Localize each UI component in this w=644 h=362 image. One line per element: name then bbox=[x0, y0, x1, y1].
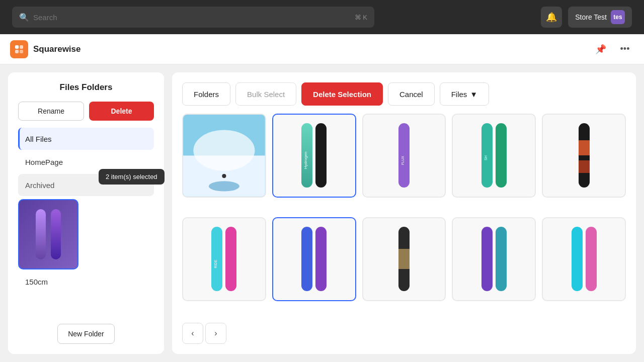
snowboard-purple-teal bbox=[476, 224, 512, 294]
search-shortcut: ⌘ K bbox=[355, 14, 367, 21]
svg-rect-26 bbox=[301, 227, 312, 291]
delete-selection-button[interactable]: Delete Selection bbox=[301, 82, 383, 106]
svg-text:RIDE: RIDE bbox=[214, 260, 217, 268]
svg-rect-22 bbox=[579, 160, 590, 173]
snowboard-purple-black: FLUX bbox=[386, 120, 422, 191]
topbar: 🔍 ⌘ K 🔔 Store Test tes bbox=[0, 0, 644, 34]
snowboard-orange-black bbox=[570, 120, 598, 191]
svg-rect-15 bbox=[398, 123, 410, 188]
search-input[interactable] bbox=[33, 13, 351, 22]
svg-rect-31 bbox=[496, 227, 507, 291]
snowboard-teal-green: SH bbox=[476, 120, 512, 191]
landscape-image bbox=[183, 115, 265, 197]
sidebar-item-150cm[interactable]: 150cm bbox=[18, 270, 154, 293]
content-area: Folders Bulk Select Delete Selection Can… bbox=[172, 72, 636, 354]
more-options-button[interactable]: ••• bbox=[616, 40, 634, 58]
snowboard-dark-tan bbox=[390, 224, 418, 294]
app-logo bbox=[10, 40, 28, 58]
next-page-button[interactable]: › bbox=[205, 323, 226, 344]
chevron-down-icon: ▼ bbox=[470, 90, 477, 99]
svg-rect-33 bbox=[586, 227, 597, 291]
svg-rect-21 bbox=[579, 140, 590, 155]
svg-rect-17 bbox=[481, 123, 493, 188]
svg-rect-27 bbox=[315, 227, 327, 291]
toolbar: Folders Bulk Select Delete Selection Can… bbox=[182, 82, 626, 106]
svg-rect-14 bbox=[315, 123, 327, 188]
snowboard-cyan-pink2 bbox=[567, 224, 602, 294]
archived-tooltip-wrap: Archived 2 item(s) selected bbox=[18, 174, 154, 269]
snowboard-blue-purple bbox=[296, 224, 332, 294]
svg-rect-2 bbox=[15, 50, 19, 53]
folders-button[interactable]: Folders bbox=[182, 82, 230, 106]
snowboard-teal-black: Hydrogen bbox=[296, 120, 332, 191]
svg-text:FLUX: FLUX bbox=[401, 156, 405, 165]
svg-rect-5 bbox=[51, 209, 61, 259]
snowboard-preview-1 bbox=[34, 207, 47, 262]
pagination: ‹ › bbox=[182, 323, 626, 344]
svg-rect-1 bbox=[20, 45, 23, 49]
app-title: Squarewise bbox=[33, 44, 81, 54]
store-name: Store Test bbox=[575, 13, 607, 21]
sidebar-item-all-files[interactable]: All Files bbox=[18, 128, 154, 150]
snowboard-cyan-pink: RIDE bbox=[206, 224, 242, 294]
main-layout: Files Folders Rename Delete All Files Ho… bbox=[0, 64, 644, 362]
pin-button[interactable]: 📌 bbox=[592, 40, 610, 58]
sidebar-title: Files Folders bbox=[18, 82, 154, 93]
svg-rect-32 bbox=[572, 227, 583, 291]
store-avatar: tes bbox=[611, 10, 625, 24]
image-card-8[interactable] bbox=[362, 217, 446, 301]
search-icon: 🔍 bbox=[19, 13, 29, 22]
svg-rect-29 bbox=[398, 249, 410, 269]
store-button[interactable]: Store Test tes bbox=[568, 7, 632, 28]
image-card-10[interactable] bbox=[542, 217, 626, 301]
files-dropdown-button[interactable]: Files ▼ bbox=[440, 82, 490, 106]
search-box[interactable]: 🔍 ⌘ K bbox=[12, 7, 374, 28]
svg-rect-3 bbox=[20, 50, 23, 53]
prev-page-button[interactable]: ‹ bbox=[182, 323, 203, 344]
bulk-select-button[interactable]: Bulk Select bbox=[235, 82, 296, 106]
svg-rect-30 bbox=[481, 227, 493, 291]
delete-button[interactable]: Delete bbox=[89, 102, 154, 121]
topbar-right: 🔔 Store Test tes bbox=[541, 7, 632, 28]
svg-text:Hydrogen: Hydrogen bbox=[303, 152, 308, 169]
image-card-2[interactable]: Hydrogen bbox=[272, 114, 356, 198]
appbar-actions: 📌 ••• bbox=[592, 40, 634, 58]
selected-preview bbox=[18, 199, 78, 269]
sidebar: Files Folders Rename Delete All Files Ho… bbox=[8, 72, 164, 354]
image-card-9[interactable] bbox=[452, 217, 536, 301]
image-grid: Hydrogen FLUX bbox=[182, 114, 626, 315]
svg-rect-18 bbox=[496, 123, 507, 188]
image-card-6[interactable]: RIDE bbox=[182, 217, 266, 301]
svg-point-9 bbox=[209, 181, 239, 191]
svg-rect-23 bbox=[211, 227, 222, 291]
appbar: Squarewise 📌 ••• bbox=[0, 34, 644, 64]
image-card-4[interactable]: SH bbox=[452, 114, 536, 198]
rename-button[interactable]: Rename bbox=[18, 102, 84, 121]
svg-text:SH: SH bbox=[484, 156, 488, 161]
image-card-1[interactable] bbox=[182, 114, 266, 198]
svg-point-10 bbox=[222, 174, 226, 178]
folder-list: All Files HomePage Archived 2 item(s) se… bbox=[18, 128, 154, 293]
svg-point-8 bbox=[193, 130, 255, 171]
image-card-7[interactable] bbox=[272, 217, 356, 301]
snowboard-preview-2 bbox=[49, 207, 62, 262]
new-folder-button[interactable]: New Folder bbox=[57, 324, 115, 344]
image-card-5[interactable] bbox=[542, 114, 626, 198]
selection-tooltip: 2 item(s) selected bbox=[99, 169, 165, 185]
notification-bell-button[interactable]: 🔔 bbox=[541, 7, 562, 28]
cancel-button[interactable]: Cancel bbox=[388, 82, 435, 106]
sidebar-actions: Rename Delete bbox=[18, 102, 154, 121]
svg-rect-4 bbox=[36, 209, 46, 259]
image-card-3[interactable]: FLUX bbox=[362, 114, 446, 198]
svg-rect-0 bbox=[15, 45, 19, 49]
svg-rect-24 bbox=[225, 227, 236, 291]
